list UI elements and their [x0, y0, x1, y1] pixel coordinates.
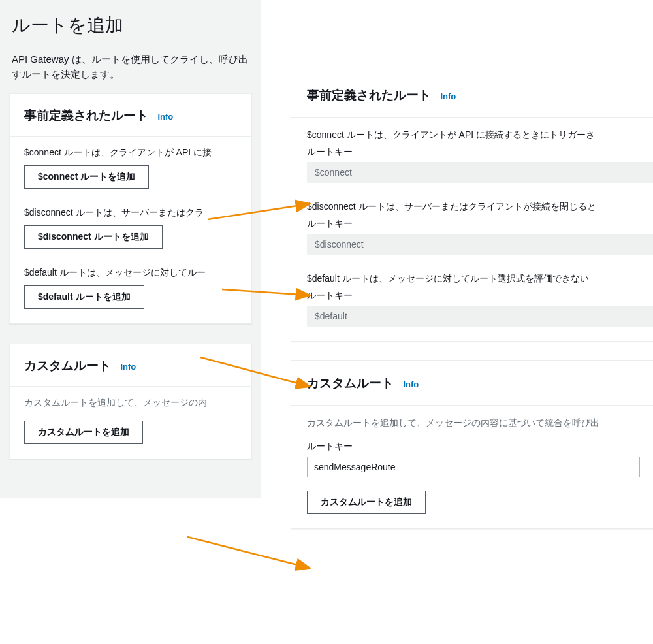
- right-column: 事前定義されたルート Info $connect ルートは、クライアントが AP…: [291, 72, 653, 547]
- panel-header: カスタムルート Info: [10, 344, 251, 387]
- connect-route-block: $connect ルートは、クライアントが API に接 $connect ルー…: [24, 147, 237, 189]
- add-custom-route-button-right[interactable]: カスタムルートを追加: [307, 491, 426, 514]
- predefined-routes-panel-left: 事前定義されたルート Info $connect ルートは、クライアントが AP…: [9, 93, 252, 324]
- disconnect-route-block: $disconnect ルートは、サーバーまたはクラ $disconnect ル…: [24, 207, 237, 249]
- field-label: ルートキー: [307, 218, 653, 230]
- custom-routes-panel-right: カスタムルート Info カスタムルートを追加して、メッセージの内容に基づいて統…: [291, 360, 653, 529]
- custom-route-key-input[interactable]: [307, 457, 640, 477]
- custom-route-description: カスタムルートを追加して、メッセージの内容に基づいて統合を呼び出: [307, 417, 640, 429]
- disconnect-route-key-field: $disconnect: [307, 234, 653, 255]
- custom-routes-panel-left: カスタムルート Info カスタムルートを追加して、メッセージの内 カスタムルー…: [9, 344, 252, 459]
- add-custom-route-button-left[interactable]: カスタムルートを追加: [24, 421, 143, 444]
- route-description: $disconnect ルートは、サーバーまたはクライアントが接続を閉じると: [307, 201, 653, 213]
- field-label: ルートキー: [307, 441, 640, 453]
- disconnect-route-block-right: $disconnect ルートは、サーバーまたはクライアントが接続を閉じると ル…: [307, 201, 653, 255]
- panel-title: カスタムルート: [307, 376, 394, 390]
- panel-title: カスタムルート: [24, 359, 111, 372]
- route-description: $default ルートは、メッセージに対してルー: [24, 267, 237, 279]
- panel-body: $connect ルートは、クライアントが API に接 $connect ルー…: [10, 137, 251, 323]
- left-column: ルートを追加 API Gateway は、ルートを使用してクライし、呼び出すルー…: [0, 0, 261, 498]
- route-description: $default ルートは、メッセージに対してルート選択式を評価できない: [307, 273, 653, 285]
- default-route-block-right: $default ルートは、メッセージに対してルート選択式を評価できない ルート…: [307, 273, 653, 327]
- info-link[interactable]: Info: [440, 91, 456, 101]
- panel-header: 事前定義されたルート Info: [291, 72, 653, 118]
- default-route-block: $default ルートは、メッセージに対してルー $default ルートを追…: [24, 267, 237, 309]
- add-connect-route-button[interactable]: $connect ルートを追加: [24, 165, 149, 189]
- predefined-routes-panel-right: 事前定義されたルート Info $connect ルートは、クライアントが AP…: [291, 72, 653, 342]
- connect-route-block-right: $connect ルートは、クライアントが API に接続するときにトリガーさ …: [307, 129, 653, 183]
- panel-body: カスタムルートを追加して、メッセージの内容に基づいて統合を呼び出 ルートキー カ…: [291, 406, 653, 528]
- panel-title: 事前定義されたルート: [307, 88, 431, 102]
- page-title: ルートを追加: [9, 13, 252, 38]
- add-default-route-button[interactable]: $default ルートを追加: [24, 285, 144, 309]
- route-description: $connect ルートは、クライアントが API に接続するときにトリガーさ: [307, 129, 653, 141]
- connect-route-key-field: $connect: [307, 162, 653, 183]
- panel-header: 事前定義されたルート Info: [10, 94, 251, 137]
- custom-route-description: カスタムルートを追加して、メッセージの内: [24, 397, 237, 409]
- info-link[interactable]: Info: [403, 379, 419, 389]
- field-label: ルートキー: [307, 290, 653, 302]
- panel-body: カスタムルートを追加して、メッセージの内 カスタムルートを追加: [10, 387, 251, 459]
- route-description: $disconnect ルートは、サーバーまたはクラ: [24, 207, 237, 219]
- route-description: $connect ルートは、クライアントが API に接: [24, 147, 237, 159]
- page-description: API Gateway は、ルートを使用してクライし、呼び出すルートを決定します…: [9, 52, 252, 82]
- panel-title: 事前定義されたルート: [24, 108, 148, 122]
- panel-header: カスタムルート Info: [291, 361, 653, 406]
- field-label: ルートキー: [307, 146, 653, 158]
- info-link[interactable]: Info: [157, 112, 173, 121]
- default-route-key-field: $default: [307, 306, 653, 327]
- add-disconnect-route-button[interactable]: $disconnect ルートを追加: [24, 225, 163, 249]
- info-link[interactable]: Info: [120, 362, 136, 372]
- panel-body: $connect ルートは、クライアントが API に接続するときにトリガーさ …: [291, 118, 653, 341]
